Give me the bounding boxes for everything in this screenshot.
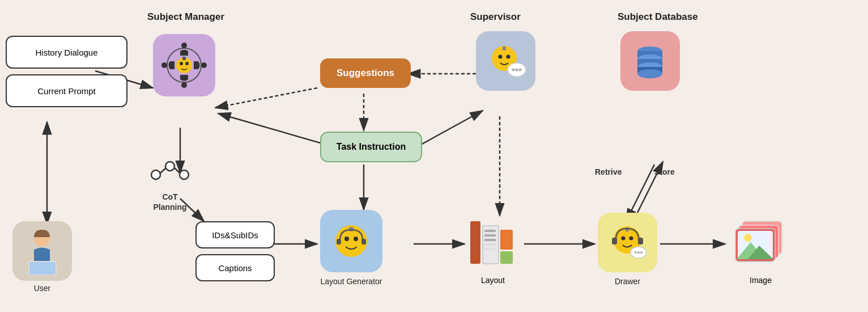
svg-line-7 (215, 88, 317, 108)
cot-planning-area: CoTPlanning (136, 158, 204, 212)
svg-point-72 (637, 251, 640, 254)
cot-planning-label: CoTPlanning (136, 192, 204, 212)
svg-point-51 (507, 55, 510, 59)
captions-box: Captions (195, 254, 275, 281)
svg-rect-69 (638, 238, 643, 244)
supervisor-label: Supervisor (470, 11, 521, 23)
svg-rect-40 (470, 221, 480, 264)
layout-label: Layout (467, 276, 518, 285)
svg-rect-42 (484, 230, 496, 232)
svg-line-33 (175, 168, 180, 173)
subject-manager-icon (153, 34, 215, 96)
current-prompt-box: Current Prompt (6, 74, 127, 107)
svg-rect-24 (182, 57, 186, 60)
svg-rect-83 (29, 262, 56, 275)
svg-rect-48 (500, 251, 513, 264)
svg-point-28 (181, 82, 187, 88)
drawer-icon (598, 213, 657, 272)
layout-icon-area: Layout (467, 216, 518, 278)
svg-point-30 (165, 162, 175, 171)
svg-point-54 (512, 69, 515, 71)
svg-point-26 (161, 62, 167, 68)
svg-rect-68 (612, 238, 617, 244)
svg-rect-38 (337, 239, 341, 244)
supervisor-icon (476, 31, 535, 91)
svg-point-73 (640, 251, 643, 254)
svg-line-11 (414, 111, 483, 149)
svg-rect-47 (500, 230, 513, 250)
svg-point-36 (354, 237, 358, 241)
subject-manager-label: Subject Manager (147, 11, 224, 23)
svg-point-78 (744, 234, 752, 242)
layout-generator-label: Layout Generator (320, 277, 382, 286)
svg-rect-43 (484, 234, 496, 237)
svg-rect-45 (484, 243, 496, 246)
svg-line-32 (160, 168, 166, 173)
user-icon (12, 221, 72, 281)
diagram: Subject Manager Supervisor Subject Datab… (0, 0, 868, 312)
subject-database-icon (620, 31, 680, 91)
svg-rect-52 (503, 47, 506, 50)
svg-point-71 (635, 251, 637, 254)
svg-point-56 (519, 69, 522, 71)
svg-point-65 (622, 237, 626, 241)
layout-generator-icon (320, 210, 382, 272)
svg-point-25 (181, 43, 187, 48)
history-dialogue-box: History Dialogue (6, 36, 127, 69)
svg-point-55 (516, 69, 518, 71)
image-icon-area: Image (731, 213, 790, 272)
svg-point-50 (499, 55, 503, 59)
svg-rect-44 (484, 239, 496, 241)
svg-rect-46 (484, 248, 496, 250)
drawer-label: Drawer (598, 277, 657, 286)
svg-point-23 (185, 62, 189, 65)
image-label: Image (731, 276, 790, 285)
svg-point-63 (637, 69, 662, 78)
subject-database-label: Subject Database (618, 11, 698, 23)
svg-point-29 (151, 170, 160, 179)
svg-point-22 (180, 62, 183, 65)
retrieve-label: Retrive (595, 167, 622, 176)
svg-point-31 (180, 170, 189, 179)
suggestions-box: Suggestions (320, 58, 411, 88)
task-instruction-box: Task Instruction (320, 132, 422, 162)
ids-subids-box: IDs&SubIDs (195, 221, 275, 248)
svg-point-66 (629, 237, 633, 241)
store-label: Store (654, 167, 675, 176)
svg-rect-39 (361, 239, 366, 244)
user-label: User (12, 284, 72, 293)
svg-point-27 (201, 62, 207, 68)
svg-point-35 (344, 237, 349, 241)
